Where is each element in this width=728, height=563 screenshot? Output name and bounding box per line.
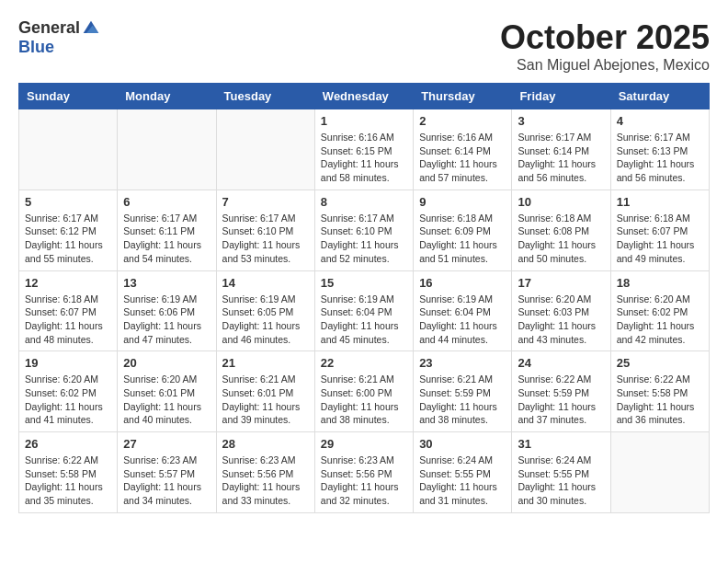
day-info: Sunrise: 6:21 AM Sunset: 6:01 PM Dayligh… — [222, 373, 309, 427]
calendar-cell — [216, 109, 314, 190]
day-info: Sunrise: 6:20 AM Sunset: 6:02 PM Dayligh… — [617, 293, 703, 347]
calendar-cell: 4Sunrise: 6:17 AM Sunset: 6:13 PM Daylig… — [610, 109, 709, 190]
calendar-cell: 18Sunrise: 6:20 AM Sunset: 6:02 PM Dayli… — [610, 270, 709, 351]
day-info: Sunrise: 6:18 AM Sunset: 6:08 PM Dayligh… — [518, 212, 604, 266]
day-info: Sunrise: 6:22 AM Sunset: 5:58 PM Dayligh… — [25, 454, 111, 508]
calendar-cell: 1Sunrise: 6:16 AM Sunset: 6:15 PM Daylig… — [314, 109, 413, 190]
calendar-cell: 12Sunrise: 6:18 AM Sunset: 6:07 PM Dayli… — [19, 270, 118, 351]
calendar-cell: 15Sunrise: 6:19 AM Sunset: 6:04 PM Dayli… — [314, 270, 413, 351]
day-info: Sunrise: 6:19 AM Sunset: 6:06 PM Dayligh… — [123, 293, 210, 347]
day-number: 28 — [222, 437, 309, 451]
calendar-cell: 8Sunrise: 6:17 AM Sunset: 6:10 PM Daylig… — [314, 190, 413, 270]
day-info: Sunrise: 6:17 AM Sunset: 6:10 PM Dayligh… — [222, 212, 309, 266]
calendar-header-saturday: Saturday — [610, 84, 709, 109]
day-number: 5 — [25, 195, 111, 209]
day-number: 8 — [321, 195, 407, 209]
day-number: 30 — [419, 437, 506, 451]
calendar-cell: 16Sunrise: 6:19 AM Sunset: 6:04 PM Dayli… — [414, 270, 512, 351]
day-info: Sunrise: 6:24 AM Sunset: 5:55 PM Dayligh… — [518, 454, 604, 508]
day-info: Sunrise: 6:22 AM Sunset: 5:58 PM Dayligh… — [617, 373, 703, 427]
calendar-cell: 17Sunrise: 6:20 AM Sunset: 6:03 PM Dayli… — [512, 270, 610, 351]
month-title: October 2025 — [500, 18, 710, 57]
calendar-cell: 7Sunrise: 6:17 AM Sunset: 6:10 PM Daylig… — [216, 190, 314, 270]
title-area: October 2025 San Miguel Abejones, Mexico — [500, 18, 710, 74]
day-number: 7 — [222, 195, 309, 209]
logo-general-text: General — [18, 18, 80, 38]
day-number: 4 — [617, 114, 703, 128]
day-number: 25 — [617, 356, 703, 370]
calendar-cell — [118, 109, 216, 190]
day-info: Sunrise: 6:18 AM Sunset: 6:07 PM Dayligh… — [617, 212, 703, 266]
day-info: Sunrise: 6:17 AM Sunset: 6:12 PM Dayligh… — [25, 212, 111, 266]
calendar-cell: 25Sunrise: 6:22 AM Sunset: 5:58 PM Dayli… — [610, 351, 709, 432]
day-info: Sunrise: 6:19 AM Sunset: 6:04 PM Dayligh… — [321, 293, 407, 347]
day-info: Sunrise: 6:17 AM Sunset: 6:13 PM Dayligh… — [617, 131, 703, 185]
day-info: Sunrise: 6:16 AM Sunset: 6:14 PM Dayligh… — [419, 131, 506, 185]
day-info: Sunrise: 6:23 AM Sunset: 5:57 PM Dayligh… — [123, 454, 210, 508]
calendar-header-tuesday: Tuesday — [216, 84, 314, 109]
day-info: Sunrise: 6:17 AM Sunset: 6:14 PM Dayligh… — [518, 131, 604, 185]
day-info: Sunrise: 6:22 AM Sunset: 5:59 PM Dayligh… — [518, 373, 604, 427]
calendar-header-monday: Monday — [118, 84, 216, 109]
calendar-cell: 3Sunrise: 6:17 AM Sunset: 6:14 PM Daylig… — [512, 109, 610, 190]
day-info: Sunrise: 6:23 AM Sunset: 5:56 PM Dayligh… — [321, 454, 407, 508]
day-number: 31 — [518, 437, 604, 451]
calendar-cell: 9Sunrise: 6:18 AM Sunset: 6:09 PM Daylig… — [414, 190, 512, 270]
day-info: Sunrise: 6:21 AM Sunset: 5:59 PM Dayligh… — [419, 373, 506, 427]
day-info: Sunrise: 6:18 AM Sunset: 6:09 PM Dayligh… — [419, 212, 506, 266]
day-number: 3 — [518, 114, 604, 128]
week-row-2: 5Sunrise: 6:17 AM Sunset: 6:12 PM Daylig… — [19, 190, 710, 270]
calendar-cell: 2Sunrise: 6:16 AM Sunset: 6:14 PM Daylig… — [414, 109, 512, 190]
day-number: 17 — [518, 276, 604, 290]
day-number: 22 — [321, 356, 407, 370]
day-number: 6 — [123, 195, 210, 209]
calendar-cell: 22Sunrise: 6:21 AM Sunset: 6:00 PM Dayli… — [314, 351, 413, 432]
week-row-4: 19Sunrise: 6:20 AM Sunset: 6:02 PM Dayli… — [19, 351, 710, 432]
calendar-cell — [19, 109, 118, 190]
day-number: 10 — [518, 195, 604, 209]
day-number: 15 — [321, 276, 407, 290]
day-info: Sunrise: 6:20 AM Sunset: 6:02 PM Dayligh… — [25, 373, 111, 427]
week-row-3: 12Sunrise: 6:18 AM Sunset: 6:07 PM Dayli… — [19, 270, 710, 351]
logo-icon — [82, 19, 100, 38]
day-number: 9 — [419, 195, 506, 209]
day-number: 12 — [25, 276, 111, 290]
day-info: Sunrise: 6:23 AM Sunset: 5:56 PM Dayligh… — [222, 454, 309, 508]
day-info: Sunrise: 6:20 AM Sunset: 6:03 PM Dayligh… — [518, 293, 604, 347]
week-row-1: 1Sunrise: 6:16 AM Sunset: 6:15 PM Daylig… — [19, 109, 710, 190]
calendar-cell: 21Sunrise: 6:21 AM Sunset: 6:01 PM Dayli… — [216, 351, 314, 432]
calendar-header-wednesday: Wednesday — [314, 84, 413, 109]
day-info: Sunrise: 6:19 AM Sunset: 6:04 PM Dayligh… — [419, 293, 506, 347]
calendar-cell: 5Sunrise: 6:17 AM Sunset: 6:12 PM Daylig… — [19, 190, 118, 270]
day-number: 18 — [617, 276, 703, 290]
day-info: Sunrise: 6:16 AM Sunset: 6:15 PM Dayligh… — [321, 131, 407, 185]
day-number: 14 — [222, 276, 309, 290]
day-number: 1 — [321, 114, 407, 128]
day-number: 19 — [25, 356, 111, 370]
day-info: Sunrise: 6:24 AM Sunset: 5:55 PM Dayligh… — [419, 454, 506, 508]
calendar-cell: 10Sunrise: 6:18 AM Sunset: 6:08 PM Dayli… — [512, 190, 610, 270]
location-title: San Miguel Abejones, Mexico — [500, 57, 710, 74]
day-number: 13 — [123, 276, 210, 290]
day-info: Sunrise: 6:17 AM Sunset: 6:11 PM Dayligh… — [123, 212, 210, 266]
week-row-5: 26Sunrise: 6:22 AM Sunset: 5:58 PM Dayli… — [19, 432, 710, 513]
day-number: 23 — [419, 356, 506, 370]
day-number: 20 — [123, 356, 210, 370]
calendar-cell: 11Sunrise: 6:18 AM Sunset: 6:07 PM Dayli… — [610, 190, 709, 270]
logo-blue-text: Blue — [18, 38, 54, 57]
day-info: Sunrise: 6:21 AM Sunset: 6:00 PM Dayligh… — [321, 373, 407, 427]
calendar-cell — [610, 432, 709, 513]
day-info: Sunrise: 6:19 AM Sunset: 6:05 PM Dayligh… — [222, 293, 309, 347]
calendar-header-friday: Friday — [512, 84, 610, 109]
day-number: 27 — [123, 437, 210, 451]
day-number: 26 — [25, 437, 111, 451]
day-number: 11 — [617, 195, 703, 209]
calendar-cell: 14Sunrise: 6:19 AM Sunset: 6:05 PM Dayli… — [216, 270, 314, 351]
calendar-cell: 19Sunrise: 6:20 AM Sunset: 6:02 PM Dayli… — [19, 351, 118, 432]
day-number: 29 — [321, 437, 407, 451]
calendar-cell: 29Sunrise: 6:23 AM Sunset: 5:56 PM Dayli… — [314, 432, 413, 513]
calendar-header-thursday: Thursday — [414, 84, 512, 109]
calendar-header-row: SundayMondayTuesdayWednesdayThursdayFrid… — [19, 84, 710, 109]
calendar-header-sunday: Sunday — [19, 84, 118, 109]
calendar-cell: 13Sunrise: 6:19 AM Sunset: 6:06 PM Dayli… — [118, 270, 216, 351]
